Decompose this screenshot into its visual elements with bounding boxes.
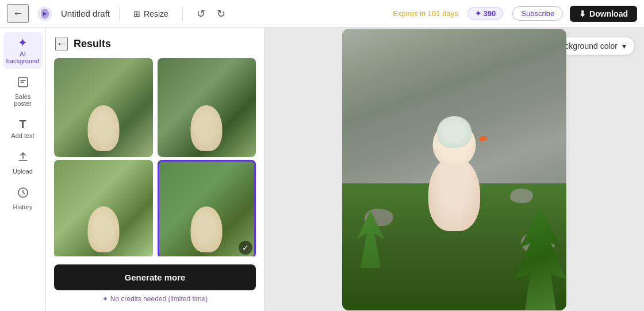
resize-button[interactable]: ⊞ Resize xyxy=(129,7,173,21)
baby-figure xyxy=(417,116,492,231)
undo-redo-group: ↺ ↻ xyxy=(192,5,230,22)
credits-icon: ✦ xyxy=(475,9,481,18)
results-grid: ✓ xyxy=(46,58,264,256)
resize-icon: ⊞ xyxy=(133,9,140,18)
logo xyxy=(36,5,54,23)
sidebar-label-upload: Upload xyxy=(13,168,33,175)
figure-2 xyxy=(191,105,223,151)
results-panel: ← Results ✓ Generate more ✦ No credits xyxy=(46,28,264,311)
sidebar-label-ai-background: AI background xyxy=(6,51,40,64)
result-image-3[interactable] xyxy=(54,160,153,257)
figure-3 xyxy=(87,206,119,252)
figure-4 xyxy=(191,206,223,252)
generate-more-button[interactable]: Generate more xyxy=(54,264,256,290)
plant-left xyxy=(354,210,388,268)
panel-footer: Generate more ✦ No credits needed (limit… xyxy=(46,256,264,311)
expires-label: Expires in 101 days xyxy=(393,9,458,18)
chevron-down-icon: ▾ xyxy=(622,41,626,51)
upload-icon xyxy=(17,151,29,166)
sidebar-label-add-text: Add text xyxy=(11,132,34,139)
sales-poster-icon xyxy=(17,76,29,91)
resize-label: Resize xyxy=(144,9,168,18)
sparkle-icon: ✦ xyxy=(102,295,108,303)
redo-button[interactable]: ↻ xyxy=(212,5,230,22)
ai-background-icon: ✦ xyxy=(18,37,28,48)
plant-right xyxy=(515,207,566,310)
sidebar-item-ai-background[interactable]: ✦ AI background xyxy=(3,32,43,69)
subscribe-button[interactable]: Subscribe xyxy=(512,6,563,21)
canvas-image xyxy=(342,29,566,310)
sidebar-label-sales-poster: Sales poster xyxy=(6,93,40,107)
divider-1 xyxy=(119,7,120,21)
credits-value: 390 xyxy=(484,9,496,18)
sidebar-item-upload[interactable]: Upload xyxy=(3,146,43,179)
draft-title: Untitled draft xyxy=(61,9,110,18)
left-sidebar: ✦ AI background Sales poster T Add text xyxy=(0,28,46,311)
selected-checkmark: ✓ xyxy=(239,241,252,255)
sidebar-label-history: History xyxy=(13,204,32,210)
result-image-1[interactable] xyxy=(54,58,153,157)
download-button[interactable]: ⬇ Download xyxy=(570,6,637,22)
add-text-icon: T xyxy=(19,118,26,130)
undo-button[interactable]: ↺ xyxy=(192,5,210,22)
no-credits-text: No credits needed (limited time) xyxy=(110,295,208,303)
back-button[interactable]: ← xyxy=(7,4,29,23)
download-icon: ⬇ xyxy=(579,9,586,18)
sidebar-item-history[interactable]: History xyxy=(3,182,43,215)
divider-2 xyxy=(182,7,183,21)
credits-badge[interactable]: ✦ 390 xyxy=(467,7,504,20)
topbar: ← Untitled draft ⊞ Resize ↺ ↻ Expires in… xyxy=(0,0,644,28)
canvas-area: Background color ▾ xyxy=(264,28,644,311)
result-image-4[interactable]: ✓ xyxy=(158,160,256,257)
no-credits-label: ✦ No credits needed (limited time) xyxy=(54,295,256,303)
main-content: ✦ AI background Sales poster T Add text xyxy=(0,28,644,311)
panel-back-button[interactable]: ← xyxy=(55,37,68,51)
figure-1 xyxy=(87,105,119,151)
sidebar-item-add-text[interactable]: T Add text xyxy=(3,114,43,144)
download-label: Download xyxy=(589,9,628,18)
panel-header: ← Results xyxy=(46,28,264,58)
sidebar-item-sales-poster[interactable]: Sales poster xyxy=(3,71,43,112)
rock-2 xyxy=(510,189,533,203)
panel-title: Results xyxy=(74,38,111,50)
result-image-2[interactable] xyxy=(158,58,256,157)
history-icon xyxy=(17,186,29,201)
